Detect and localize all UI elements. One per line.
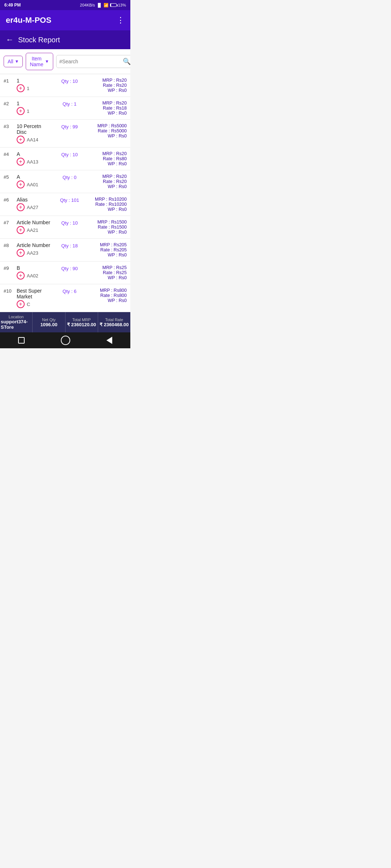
- home-icon: [61, 336, 70, 345]
- item-name-dropdown[interactable]: Item Name ▼: [26, 53, 53, 70]
- item-qty: Qty : 10: [55, 220, 84, 226]
- signal-icon: ▐▌: [96, 3, 102, 7]
- all-dropdown[interactable]: All ▼: [4, 56, 23, 67]
- item-number: #5: [4, 174, 14, 180]
- item-info: 10 Percetn Disc + AA14: [17, 123, 52, 144]
- add-to-cart-button[interactable]: +: [17, 84, 25, 92]
- stock-list: #1 1 + 1 Qty : 10 MRP : Rs20 Rate : Rs20…: [0, 74, 130, 312]
- item-prices: MRP : Rs5000 Rate : Rs5000 WP : Rs0: [87, 123, 127, 139]
- item-rate: Rate : Rs1500: [87, 225, 127, 230]
- item-add-row: + 1: [17, 107, 52, 115]
- item-mrp: MRP : Rs800: [87, 288, 127, 293]
- item-number: #9: [4, 265, 14, 272]
- add-to-cart-button[interactable]: +: [17, 180, 25, 188]
- item-name: B: [17, 265, 52, 271]
- add-to-cart-button[interactable]: +: [17, 249, 25, 257]
- back-button[interactable]: ←: [6, 35, 14, 44]
- net-qty-label: Net Qty: [42, 318, 55, 322]
- item-info: Best Super Market + C: [17, 288, 52, 308]
- all-label: All: [8, 59, 13, 64]
- item-code: AA27: [27, 205, 38, 210]
- item-prices: MRP : Rs10200 Rate : Rs10200 WP : Rs0: [87, 197, 127, 212]
- item-rate: Rate : Rs25: [87, 270, 127, 275]
- list-item: #2 1 + 1 Qty : 1 MRP : Rs20 Rate : Rs18 …: [0, 97, 130, 120]
- item-prices: MRP : Rs205 Rate : Rs205 WP : Rs0: [87, 242, 127, 258]
- item-wp: WP : Rs0: [87, 207, 127, 212]
- item-rate: Rate : Rs10200: [87, 202, 127, 207]
- more-options-icon[interactable]: ⋮: [117, 16, 125, 25]
- page-header: ← Stock Report: [0, 30, 130, 49]
- item-qty: Qty : 10: [55, 151, 84, 157]
- item-mrp: MRP : Rs20: [87, 101, 127, 106]
- list-item: #5 A + AA01 Qty : 0 MRP : Rs20 Rate : Rs…: [0, 170, 130, 193]
- item-number: #6: [4, 197, 14, 203]
- footer-net-qty: Net Qty 1096.00: [33, 312, 65, 332]
- item-mrp: MRP : Rs20: [87, 174, 127, 179]
- stop-icon: [18, 337, 25, 344]
- item-info: 1 + 1: [17, 101, 52, 115]
- item-add-row: + 1: [17, 84, 52, 92]
- item-code: AA13: [27, 159, 38, 165]
- item-prices: MRP : Rs800 Rate : Rs800 WP : Rs0: [87, 288, 127, 303]
- item-qty: Qty : 1: [55, 101, 84, 107]
- add-to-cart-button[interactable]: +: [17, 300, 25, 308]
- item-wp: WP : Rs0: [87, 252, 127, 258]
- item-mrp: MRP : Rs20: [87, 78, 127, 83]
- item-qty: Qty : 0: [55, 174, 84, 180]
- item-wp: WP : Rs0: [87, 161, 127, 166]
- item-qty: Qty : 101: [55, 197, 84, 203]
- net-qty-value: 1096.00: [40, 322, 57, 327]
- item-mrp: MRP : Rs10200: [87, 197, 127, 202]
- item-code: 1: [27, 109, 29, 114]
- add-to-cart-button[interactable]: +: [17, 136, 25, 144]
- item-info: Article Number + AA21: [17, 220, 52, 234]
- item-add-row: + C: [17, 300, 52, 308]
- item-add-row: + AA27: [17, 203, 52, 211]
- total-mrp-label: Total MRP: [72, 318, 91, 322]
- item-mrp: MRP : Rs20: [87, 151, 127, 156]
- app-title: er4u-M-POS: [6, 16, 51, 25]
- add-to-cart-button[interactable]: +: [17, 203, 25, 211]
- location-value: support374-STore: [1, 319, 31, 330]
- item-prices: MRP : Rs25 Rate : Rs25 WP : Rs0: [87, 265, 127, 280]
- item-info: B + AA02: [17, 265, 52, 280]
- item-code: C: [27, 302, 30, 307]
- item-number: #1: [4, 78, 14, 84]
- item-code: AA14: [27, 137, 38, 142]
- add-to-cart-button[interactable]: +: [17, 107, 25, 115]
- item-mrp: MRP : Rs5000: [87, 123, 127, 128]
- item-add-row: + AA23: [17, 249, 52, 257]
- location-label: Location: [9, 315, 24, 319]
- item-mrp: MRP : Rs1500: [87, 220, 127, 225]
- add-to-cart-button[interactable]: +: [17, 226, 25, 234]
- item-qty: Qty : 6: [55, 288, 84, 294]
- search-icon[interactable]: 🔍: [123, 58, 130, 65]
- add-to-cart-button[interactable]: +: [17, 272, 25, 280]
- add-to-cart-button[interactable]: +: [17, 158, 25, 166]
- search-input[interactable]: [59, 59, 123, 64]
- item-rate: Rate : Rs18: [87, 106, 127, 111]
- chevron-down-icon: ▼: [45, 59, 49, 64]
- app-bar: er4u-M-POS ⋮: [0, 10, 130, 30]
- total-rate-value: ₹ 2360468.00: [100, 322, 129, 327]
- nav-back-button[interactable]: [106, 337, 112, 344]
- footer-location: Location support374-STore: [0, 312, 33, 332]
- item-code: AA23: [27, 250, 38, 256]
- item-name: 1: [17, 78, 52, 84]
- item-qty: Qty : 90: [55, 265, 84, 271]
- item-info: A + AA01: [17, 174, 52, 188]
- item-info: A + AA13: [17, 151, 52, 166]
- item-info: 1 + 1: [17, 78, 52, 92]
- item-number: #8: [4, 242, 14, 249]
- item-code: AA01: [27, 182, 38, 187]
- item-add-row: + AA21: [17, 226, 52, 234]
- item-number: #7: [4, 220, 14, 226]
- nav-home-button[interactable]: [61, 336, 70, 345]
- list-item: #7 Article Number + AA21 Qty : 10 MRP : …: [0, 216, 130, 239]
- item-wp: WP : Rs0: [87, 111, 127, 116]
- nav-square-button[interactable]: [18, 337, 25, 344]
- item-qty: Qty : 18: [55, 242, 84, 248]
- item-wp: WP : Rs0: [87, 133, 127, 139]
- item-add-row: + AA13: [17, 158, 52, 166]
- item-name: 10 Percetn Disc: [17, 123, 52, 135]
